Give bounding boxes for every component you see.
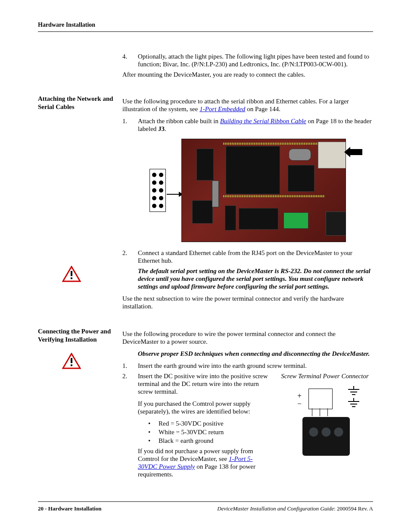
step-4: 4. Optionally, attach the light pipes. T… xyxy=(122,53,373,68)
no-purchase-para: If you did not purchase a power supply f… xyxy=(138,447,269,478)
rj45-port-icon xyxy=(318,142,346,168)
warning-icon xyxy=(62,353,81,369)
esd-warning: Observe proper ESD techniques when conne… xyxy=(138,350,373,358)
attaching-step-1-c: . xyxy=(165,125,166,132)
running-header: Hardware Installation xyxy=(38,22,373,32)
list-item: •Black = earth ground xyxy=(138,437,269,445)
footer-right: DeviceMaster Installation and Configurat… xyxy=(217,505,373,512)
attaching-step-1: 1. Attach the ribbon cable built in Buil… xyxy=(122,117,373,133)
section-attaching: Attaching the Network and Serial Cables … xyxy=(38,95,373,314)
j3-label: J3 xyxy=(158,125,165,132)
footer-left: 20 - Hardware Installation xyxy=(38,505,101,512)
side-heading-attaching: Attaching the Network and Serial Cables xyxy=(38,95,120,111)
connecting-step-2-text: Insert the DC positive wire into the pos… xyxy=(138,372,269,395)
svg-rect-1 xyxy=(71,277,72,279)
after-mounting-text: After mounting the DeviceMaster, you are… xyxy=(122,71,373,78)
link-building-ribbon-cable[interactable]: Building the Serial Ribbon Cable xyxy=(220,118,306,124)
side-heading-connecting: Connecting the Power and Verifying Insta… xyxy=(38,327,120,344)
wire-black: Black = earth ground xyxy=(159,437,213,445)
connecting-step-1-text: Insert the earth ground wire into the ea… xyxy=(138,362,373,370)
attaching-step-2-text: Connect a standard Ethernet cable from t… xyxy=(138,249,373,264)
ground-icon xyxy=(347,398,360,411)
header-pins-icon xyxy=(149,169,166,212)
supply-intro: If you purchased the Comtrol power suppl… xyxy=(138,400,269,415)
attaching-step-2: 2. Connect a standard Ethernet cable fro… xyxy=(122,249,373,264)
wire-color-list: •Red = 5-30VDC positive •White = 5-30VDC… xyxy=(138,420,269,445)
section-connecting: Connecting the Power and Verifying Insta… xyxy=(38,327,373,485)
attaching-step-1-a: Attach the ribbon cable built in xyxy=(138,118,220,124)
top-block: 4. Optionally, attach the light pipes. T… xyxy=(38,53,373,83)
minus-icon: − xyxy=(297,400,302,408)
step-4-text: Optionally, attach the light pipes. The … xyxy=(138,53,373,68)
svg-rect-0 xyxy=(71,271,72,276)
attaching-intro: Use the following procedure to attach th… xyxy=(122,97,373,113)
step-4-number: 4. xyxy=(122,53,132,68)
page-footer: 20 - Hardware Installation DeviceMaster … xyxy=(38,501,373,512)
screw-terminal-figure: Screw Terminal Power Connector + − xyxy=(277,372,373,457)
svg-rect-3 xyxy=(71,364,72,366)
svg-rect-2 xyxy=(71,358,72,363)
wire-white: White = 5-30VDC return xyxy=(159,428,224,436)
screw-terminal-caption: Screw Terminal Power Connector xyxy=(277,372,373,380)
pcb-photo xyxy=(181,139,346,242)
attaching-step-1-body: Attach the ribbon cable built in Buildin… xyxy=(138,117,373,133)
rs232-warning: The default serial port setting on the D… xyxy=(138,267,373,290)
attaching-tail: Use the next subsection to wire the powe… xyxy=(122,295,373,310)
connecting-step-1: 1. Insert the earth ground wire into the… xyxy=(122,362,373,370)
connecting-step-2-number: 2. xyxy=(122,372,132,482)
list-item: •White = 5-30VDC return xyxy=(138,428,269,436)
footer-title: DeviceMaster Installation and Configurat… xyxy=(217,505,334,512)
footer-rev: : 2000594 Rev. A xyxy=(334,505,373,512)
list-item: •Red = 5-30VDC positive xyxy=(138,420,269,427)
arrow-to-rj45-icon xyxy=(349,149,362,155)
wire-red: Red = 5-30VDC positive xyxy=(159,420,224,427)
arrow-to-j3-icon xyxy=(167,194,182,195)
attaching-step-2-number: 2. xyxy=(122,249,132,264)
power-connector-icon xyxy=(326,212,346,236)
warning-icon xyxy=(62,266,81,282)
page: Hardware Installation 4. Optionally, att… xyxy=(0,0,411,532)
link-1port-embedded[interactable]: 1-Port Embedded xyxy=(199,106,245,112)
connecting-step-1-number: 1. xyxy=(122,362,132,370)
ground-icon xyxy=(347,386,360,399)
attaching-step-1-number: 1. xyxy=(122,117,132,133)
connecting-intro: Use the following procedure to wire the … xyxy=(122,330,373,345)
attaching-intro-b: on Page 144. xyxy=(245,106,280,112)
connecting-step-2: 2. Insert the DC positive wire into the … xyxy=(122,372,373,482)
pcb-figure xyxy=(122,139,373,242)
screw-terminal-connector-icon xyxy=(302,417,350,456)
plus-icon: + xyxy=(297,392,302,400)
